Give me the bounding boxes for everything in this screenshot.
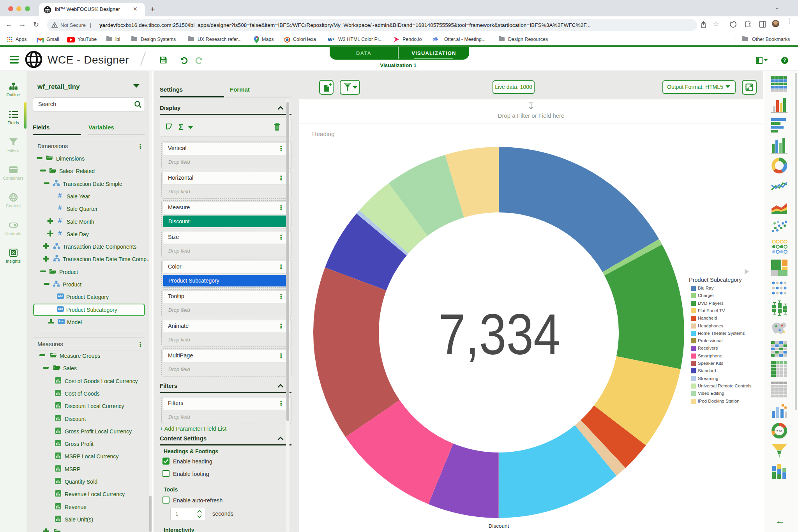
svg-text:2:98: 2:98 xyxy=(776,429,782,433)
